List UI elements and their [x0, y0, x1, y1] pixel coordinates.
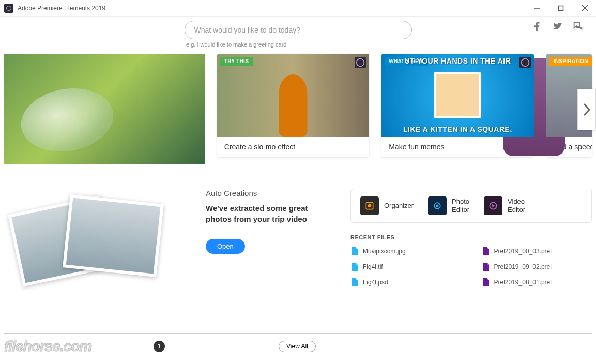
recent-file-item[interactable]: Prel2019_09_02.prel	[482, 262, 592, 271]
meme-top-text: UT YOUR HANDS IN THE AIR	[381, 57, 533, 65]
auto-creations-thumbs	[4, 189, 185, 302]
organizer-label: Organizer	[384, 202, 414, 210]
recent-files-heading: RECENT FILES	[350, 234, 592, 240]
elements-icon	[355, 57, 366, 68]
search-hint: e.g. I would like to make a greeting car…	[186, 41, 596, 48]
svg-rect-2	[559, 6, 563, 10]
meme-image	[434, 72, 481, 118]
twitter-icon[interactable]	[552, 21, 563, 32]
file-name: Prel2019_00_03.prel	[494, 248, 552, 255]
svg-point-5	[357, 59, 364, 67]
view-all-button[interactable]: View All	[279, 341, 316, 352]
facebook-icon[interactable]	[531, 21, 542, 32]
recent-file-item[interactable]: Prel2019_08_01.prel	[482, 278, 592, 287]
organizer-button[interactable]: Organizer	[360, 196, 414, 215]
carousel: TRY THIS Create a slo-mo effect WHAT'S N…	[0, 48, 596, 164]
search-row	[0, 17, 596, 40]
file-name: Prel2019_09_02.prel	[494, 263, 552, 270]
watermark: filehorse.com	[4, 338, 91, 355]
minimize-button[interactable]	[530, 1, 544, 16]
recent-file-item[interactable]: Fig4l.psd	[350, 278, 461, 287]
chat-icon[interactable]	[572, 21, 584, 32]
meme-bottom-text: LIKE A KITTEN IN A SQUARE.	[381, 125, 533, 133]
video-editor-label: Video Editor	[508, 198, 525, 214]
carousel-next-button[interactable]	[577, 89, 596, 130]
video-editor-button[interactable]: Video Editor	[484, 196, 525, 215]
carousel-card-slomo[interactable]: TRY THIS Create a slo-mo effect	[217, 54, 369, 157]
inspiration-badge: INSPIRATION	[549, 57, 592, 66]
svg-point-10	[436, 205, 439, 207]
recent-file-item[interactable]: Muvipixcom.jpg	[350, 247, 461, 256]
app-icon	[4, 4, 13, 13]
photo-editor-label: Photo Editor	[452, 198, 469, 214]
titlebar: Adobe Premiere Elements 2019	[0, 0, 596, 17]
file-name: Muvipixcom.jpg	[363, 248, 406, 255]
recent-files: RECENT FILES Muvipixcom.jpgPrel2019_00_0…	[350, 234, 592, 287]
file-name: Prel2019_08_01.prel	[494, 279, 552, 286]
auto-creations-desc: We've extracted some great photos from y…	[206, 203, 330, 224]
svg-point-8	[368, 204, 372, 208]
maximize-button[interactable]	[554, 1, 568, 16]
recent-file-item[interactable]: Prel2019_00_03.prel	[482, 247, 592, 256]
card-caption: Create a slo-mo effect	[217, 136, 369, 157]
lower-area: Auto Creations We've extracted some grea…	[0, 164, 596, 302]
open-button[interactable]: Open	[206, 239, 245, 254]
carousel-hero[interactable]	[4, 54, 205, 164]
try-this-badge: TRY THIS	[220, 57, 253, 66]
page-indicator[interactable]: 1	[154, 341, 165, 352]
search-input[interactable]	[185, 21, 412, 39]
photo-editor-icon	[428, 196, 447, 215]
recent-file-item[interactable]: Fig4l.tif	[350, 262, 461, 271]
organizer-icon	[360, 196, 379, 215]
file-name: Fig4l.tif	[363, 263, 383, 270]
polaroid-photo	[63, 194, 164, 277]
video-editor-icon	[484, 196, 502, 215]
editors-panel: Organizer Photo Editor Video Editor	[350, 189, 592, 223]
app-title: Adobe Premiere Elements 2019	[18, 5, 105, 12]
close-button[interactable]	[577, 1, 592, 16]
file-name: Fig4l.psd	[363, 279, 388, 286]
svg-point-0	[7, 6, 11, 10]
photo-editor-button[interactable]: Photo Editor	[428, 196, 469, 215]
footer: filehorse.com 1 View All	[4, 333, 592, 355]
auto-creations-panel: Auto Creations We've extracted some grea…	[206, 189, 330, 302]
auto-creations-heading: Auto Creations	[206, 189, 330, 198]
